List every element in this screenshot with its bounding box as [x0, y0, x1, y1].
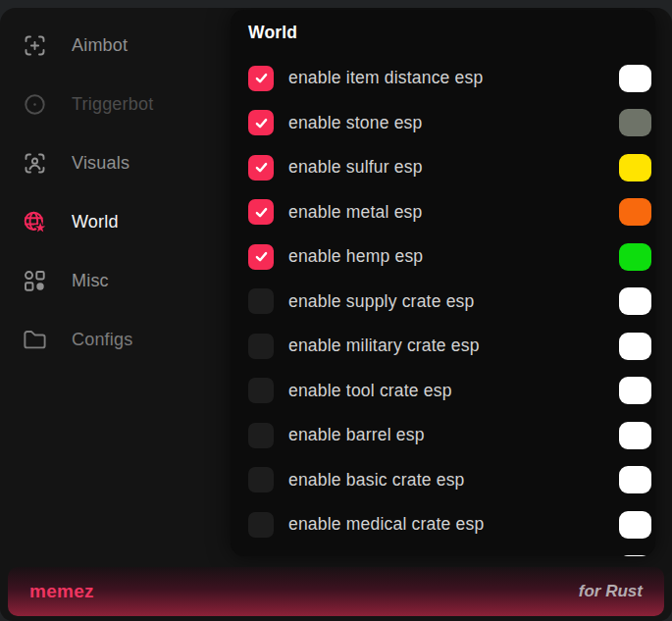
esp-option-label: enable basic crate esp	[288, 470, 465, 491]
esp-color-swatch[interactable]	[619, 287, 651, 315]
esp-color-swatch[interactable]	[619, 466, 651, 493]
esp-checkbox[interactable]	[248, 199, 274, 225]
esp-option-row: enable stone esp	[248, 101, 655, 146]
esp-option-label: enable medical crate esp	[288, 514, 484, 535]
sidebar-nav: Aimbot Triggerbot Visuals World Misc Con…	[0, 16, 231, 369]
settings-panel: World enable item distance esp enable st…	[231, 10, 655, 556]
esp-option-row: enable tool crate esp	[248, 369, 655, 414]
esp-option-row: enable metal esp	[248, 190, 655, 235]
checkmark-icon	[253, 115, 270, 131]
esp-option-label: enable barrel esp	[288, 425, 425, 445]
esp-option-row: enable item distance esp	[248, 56, 655, 101]
esp-color-swatch[interactable]	[619, 555, 651, 556]
panel-title: World	[248, 23, 655, 43]
sidebar-item-configs[interactable]: Configs	[0, 310, 231, 369]
sidebar-item-aimbot[interactable]: Aimbot	[0, 16, 231, 75]
footer-bar: memez for Rust	[8, 567, 664, 616]
esp-option-label: enable hemp esp	[288, 246, 423, 267]
sidebar-item-label: Visuals	[72, 153, 129, 174]
esp-option-row: enable sulfur esp	[248, 145, 655, 190]
triggerbot-circle-icon	[22, 91, 48, 118]
sidebar-item-triggerbot[interactable]: Triggerbot	[0, 75, 231, 133]
checkmark-icon	[253, 159, 270, 176]
esp-option-label: enable supply crate esp	[288, 291, 474, 312]
esp-option-label: enable item distance esp	[288, 68, 483, 88]
esp-option-row: enable basic crate esp	[248, 458, 655, 503]
esp-color-swatch[interactable]	[619, 198, 651, 226]
esp-checkbox[interactable]	[248, 110, 274, 135]
esp-color-swatch[interactable]	[619, 377, 651, 404]
esp-option-label: enable tool crate esp	[288, 381, 452, 401]
brand-text: memez	[29, 581, 94, 602]
esp-checkbox[interactable]	[248, 155, 274, 181]
configs-folder-icon	[22, 327, 48, 353]
sidebar-item-world[interactable]: World	[0, 192, 231, 251]
screen-background: Aimbot Triggerbot Visuals World Misc Con…	[0, 0, 672, 621]
esp-color-swatch[interactable]	[619, 422, 651, 449]
esp-checkbox[interactable]	[248, 467, 274, 492]
visuals-user-scan-icon	[22, 150, 48, 177]
checkmark-icon	[253, 248, 270, 265]
esp-checkbox[interactable]	[248, 288, 274, 314]
esp-color-swatch[interactable]	[619, 109, 651, 136]
cheat-menu-window: Aimbot Triggerbot Visuals World Misc Con…	[0, 8, 672, 621]
esp-option-label: enable military crate esp	[288, 336, 480, 356]
sidebar-item-label: Configs	[72, 330, 132, 350]
esp-option-row: enable medical crate esp	[248, 502, 655, 547]
checkmark-icon	[253, 204, 270, 221]
esp-checkbox[interactable]	[248, 378, 274, 403]
esp-color-swatch[interactable]	[619, 333, 651, 360]
esp-options-list: enable item distance esp enable stone es…	[231, 56, 655, 556]
checkmark-icon	[253, 70, 270, 86]
sidebar-item-label: Triggerbot	[72, 94, 153, 115]
world-globe-star-icon	[22, 209, 48, 235]
esp-checkbox[interactable]	[248, 244, 274, 270]
footer-subtitle: for Rust	[579, 582, 643, 601]
esp-option-row	[248, 547, 655, 557]
esp-option-row: enable military crate esp	[248, 324, 655, 369]
esp-option-row: enable hemp esp	[248, 234, 655, 280]
sidebar-item-label: Misc	[72, 271, 109, 291]
esp-option-label: enable sulfur esp	[288, 157, 423, 178]
esp-option-row: enable barrel esp	[248, 413, 655, 458]
esp-checkbox[interactable]	[248, 423, 274, 448]
sidebar-item-misc[interactable]: Misc	[0, 251, 231, 310]
esp-color-swatch[interactable]	[619, 65, 651, 92]
esp-option-label: enable stone esp	[288, 113, 423, 133]
esp-checkbox[interactable]	[248, 334, 274, 359]
sidebar-item-label: World	[72, 212, 119, 233]
esp-color-swatch[interactable]	[619, 154, 651, 181]
esp-color-swatch[interactable]	[619, 243, 651, 271]
esp-color-swatch[interactable]	[619, 511, 651, 539]
esp-option-label: enable metal esp	[288, 202, 422, 223]
esp-checkbox[interactable]	[248, 512, 274, 538]
aimbot-scan-icon	[22, 32, 48, 59]
sidebar-item-label: Aimbot	[72, 35, 128, 56]
misc-apps-icon	[22, 268, 48, 294]
sidebar-item-visuals[interactable]: Visuals	[0, 133, 231, 192]
esp-checkbox[interactable]	[248, 66, 274, 91]
esp-option-row: enable supply crate esp	[248, 280, 655, 325]
